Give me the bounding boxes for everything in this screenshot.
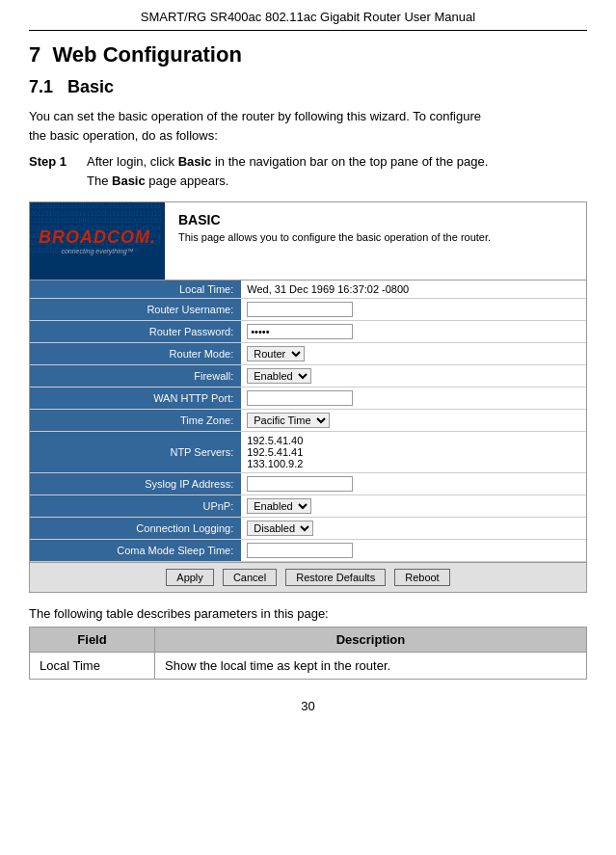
ntp1: 192.5.41.40: [247, 435, 580, 446]
coma-mode-input[interactable]: [247, 543, 353, 558]
description-table: Field Description Local TimeShow the loc…: [29, 627, 587, 680]
broadcom-logo: BROADCOM. connecting everything™: [39, 227, 156, 254]
ntp-servers-value: 192.5.41.40 192.5.41.41 133.100.9.2: [241, 432, 586, 473]
router-username-value: [241, 299, 586, 321]
time-zone-label: Time Zone:: [30, 410, 241, 432]
table-intro-text: The following table describes parameters…: [29, 606, 587, 621]
router-mode-row: Router Mode: Router: [30, 343, 586, 365]
router-username-row: Router Username:: [30, 299, 586, 321]
time-zone-select[interactable]: Pacific Time: [247, 413, 330, 428]
upnp-row: UPnP: Enabled: [30, 495, 586, 518]
step-1: Step 1 After login, click Basic in the n…: [29, 152, 587, 190]
intro-text: You can set the basic operation of the r…: [29, 107, 587, 145]
step-label: Step 1: [29, 152, 87, 190]
restore-defaults-button[interactable]: Restore Defaults: [285, 569, 386, 586]
router-header: 0111001011101001000110010110010010100110…: [30, 202, 586, 281]
broadcom-tagline-text: connecting everything™: [61, 248, 133, 254]
wan-http-port-label: WAN HTTP Port:: [30, 387, 241, 410]
cancel-button[interactable]: Cancel: [223, 569, 277, 586]
basic-title: BASIC: [178, 212, 573, 227]
firewall-select[interactable]: Enabled: [247, 368, 311, 384]
syslog-label: Syslog IP Address:: [30, 473, 241, 495]
basic-desc: This page allows you to configure the ba…: [178, 231, 573, 243]
conn-log-value: Disabled: [241, 518, 586, 540]
page-number: 30: [301, 699, 314, 713]
header-text: SMART/RG SR400ac 802.11ac Gigabit Router…: [141, 10, 475, 24]
local-time-label: Local Time:: [30, 281, 241, 299]
page-header: SMART/RG SR400ac 802.11ac Gigabit Router…: [29, 10, 587, 31]
upnp-value: Enabled: [241, 495, 586, 518]
router-username-label: Router Username:: [30, 299, 241, 321]
field-column-header: Field: [30, 628, 155, 653]
firewall-row: Firewall: Enabled: [30, 365, 586, 387]
upnp-label: UPnP:: [30, 495, 241, 518]
wan-http-port-value: [241, 387, 586, 410]
basic-info-panel: BASIC This page allows you to configure …: [165, 202, 586, 280]
table-header-row: Field Description: [30, 628, 587, 653]
router-logo-area: 0111001011101001000110010110010010100110…: [30, 202, 165, 280]
router-mode-value: Router: [241, 343, 586, 365]
ntp-servers-row: NTP Servers: 192.5.41.40 192.5.41.41 133…: [30, 432, 586, 473]
sub-chapter-title: 7.1 Basic: [29, 77, 587, 97]
router-mode-select[interactable]: Router: [247, 346, 305, 361]
page-footer: 30: [29, 699, 587, 713]
chapter-title: 7 Web Configuration: [29, 42, 587, 67]
table-row: Local TimeShow the local time as kept in…: [30, 653, 587, 680]
button-row: Apply Cancel Restore Defaults Reboot: [30, 562, 586, 592]
step-text: After login, click Basic in the navigati…: [87, 152, 488, 190]
router-mode-label: Router Mode:: [30, 343, 241, 365]
description-column-header: Description: [155, 628, 587, 653]
upnp-select[interactable]: Enabled: [247, 498, 311, 514]
coma-mode-row: Coma Mode Sleep Time:: [30, 540, 586, 562]
router-password-label: Router Password:: [30, 321, 241, 343]
ntp2: 192.5.41.41: [247, 446, 580, 458]
time-zone-row: Time Zone: Pacific Time: [30, 410, 586, 432]
config-form-table: Local Time: Wed, 31 Dec 1969 16:37:02 -0…: [30, 281, 586, 562]
firewall-value: Enabled: [241, 365, 586, 387]
router-ui-screenshot: 0111001011101001000110010110010010100110…: [29, 201, 587, 593]
firewall-label: Firewall:: [30, 365, 241, 387]
conn-log-select[interactable]: Disabled: [247, 521, 313, 536]
field-cell: Local Time: [30, 653, 155, 680]
router-username-input[interactable]: [247, 302, 353, 317]
syslog-row: Syslog IP Address:: [30, 473, 586, 495]
wan-http-port-row: WAN HTTP Port:: [30, 387, 586, 410]
local-time-row: Local Time: Wed, 31 Dec 1969 16:37:02 -0…: [30, 281, 586, 299]
syslog-value: [241, 473, 586, 495]
coma-mode-value: [241, 540, 586, 562]
conn-log-label: Connection Logging:: [30, 518, 241, 540]
desc-cell: Show the local time as kept in the route…: [155, 653, 587, 680]
ntp3: 133.100.9.2: [247, 458, 580, 469]
apply-button[interactable]: Apply: [166, 569, 214, 586]
router-password-input[interactable]: [247, 324, 353, 339]
wan-http-port-input[interactable]: [247, 390, 353, 406]
ntp-servers-label: NTP Servers:: [30, 432, 241, 473]
syslog-input[interactable]: [247, 476, 353, 492]
local-time-value: Wed, 31 Dec 1969 16:37:02 -0800: [241, 281, 586, 299]
router-password-row: Router Password:: [30, 321, 586, 343]
broadcom-brand-text: BROADCOM.: [39, 227, 156, 248]
coma-mode-label: Coma Mode Sleep Time:: [30, 540, 241, 562]
reboot-button[interactable]: Reboot: [394, 569, 449, 586]
time-zone-value: Pacific Time: [241, 410, 586, 432]
conn-log-row: Connection Logging: Disabled: [30, 518, 586, 540]
router-password-value: [241, 321, 586, 343]
